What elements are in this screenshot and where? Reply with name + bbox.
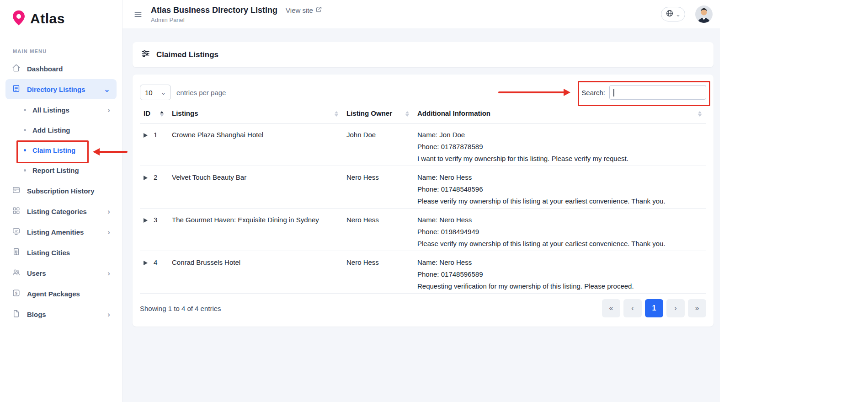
sidebar-item-report-listing[interactable]: Report Listing (0, 160, 122, 180)
receipt-icon (12, 186, 21, 196)
listing-owner: Nero Hess (343, 209, 414, 251)
users-icon (12, 268, 21, 278)
chevron-right-icon: › (107, 208, 110, 215)
dollar-icon: $ (12, 289, 21, 299)
row-expand-icon[interactable] (144, 176, 148, 180)
entries-summary: Showing 1 to 4 of 4 entries (140, 305, 221, 312)
brand-name: Atlas (30, 11, 65, 27)
row-id: 4 (154, 258, 157, 266)
sidebar-item-agent-packages[interactable]: $ Agent Packages (5, 284, 117, 304)
row-expand-icon[interactable] (144, 133, 148, 138)
sort-icon (405, 111, 409, 117)
sidebar-submenu: All Listings › Add Listing Claim Listing… (0, 100, 122, 180)
admin-panel-label: Admin Panel (151, 16, 322, 23)
entries-per-page-label: entries per page (176, 89, 226, 96)
listing-owner: John Doe (343, 123, 414, 166)
sidebar-item-listing-cities[interactable]: Listing Cities (5, 242, 117, 263)
chevron-down-icon: ⌄ (104, 86, 110, 93)
table-row: 4 Conrad Brussels Hotel Nero Hess Name: … (140, 251, 706, 294)
pagination-first-button[interactable]: « (602, 299, 620, 317)
sort-icon (335, 111, 338, 117)
claimed-listings-table: ID Listings Listing Owner Additional Inf… (140, 105, 706, 294)
chevron-right-icon: › (107, 311, 110, 318)
row-expand-icon[interactable] (144, 218, 148, 223)
additional-info: Name: Jon Doe Phone: 01787878589 I want … (414, 123, 706, 166)
sidebar-item-claim-listing[interactable]: Claim Listing (0, 140, 122, 160)
bullet-icon (24, 129, 26, 131)
brand-logo[interactable]: Atlas (0, 6, 122, 28)
listing-name: Crowne Plaza Shanghai Hotel (168, 123, 343, 166)
card-title: Claimed Listings (156, 50, 218, 59)
sidebar-item-all-listings[interactable]: All Listings › (0, 100, 122, 120)
row-id: 1 (154, 131, 157, 139)
table-footer: Showing 1 to 4 of 4 entries « ‹ 1 › » (140, 299, 706, 317)
listing-name: Conrad Brussels Hotel (168, 251, 343, 294)
sort-icon (160, 111, 164, 117)
bullet-icon (24, 169, 26, 172)
table-header-row: ID Listings Listing Owner Additional Inf… (140, 105, 706, 123)
title-block: Atlas Business Directory Listing View si… (151, 5, 322, 23)
search-input[interactable] (609, 85, 706, 100)
table-controls: 10 ⌄ entries per page Search: (140, 85, 706, 100)
sidebar-nav: Dashboard Directory Listings ⌄ All Listi… (0, 59, 122, 324)
sidebar-item-listing-categories[interactable]: Listing Categories › (5, 201, 117, 221)
page-title: Atlas Business Directory Listing (151, 5, 277, 15)
external-link-icon (315, 6, 322, 14)
chevron-down-icon: ⌄ (161, 89, 166, 96)
sidebar-item-listing-amenities[interactable]: Listing Amenities › (5, 222, 117, 242)
sidebar-item-users[interactable]: Users › (5, 263, 117, 283)
chevron-down-icon: ⌄ (676, 11, 681, 18)
chevron-right-icon: › (107, 106, 110, 114)
entries-per-page-select[interactable]: 10 ⌄ (140, 85, 171, 100)
search-label: Search: (581, 89, 605, 96)
app-root: Atlas MAIN MENU Dashboard Directory List… (0, 0, 720, 402)
svg-text:$: $ (15, 291, 17, 295)
chevron-right-icon: › (107, 228, 110, 236)
sidebar-item-subscription-history[interactable]: Subscription History (5, 181, 117, 201)
listing-name: Velvet Touch Beauty Bar (168, 166, 343, 209)
row-expand-icon[interactable] (144, 261, 148, 265)
language-selector[interactable]: ⌄ (661, 7, 685, 21)
pagination-page-1-button[interactable]: 1 (645, 299, 663, 317)
bullet-icon (24, 149, 26, 151)
main-area: Atlas Business Directory Listing View si… (122, 0, 720, 402)
sidebar: Atlas MAIN MENU Dashboard Directory List… (0, 0, 122, 402)
sidebar-section-label: MAIN MENU (13, 48, 122, 54)
listing-owner: Nero Hess (343, 166, 414, 209)
listing-name: The Gourmet Haven: Exquisite Dining in S… (168, 209, 343, 251)
chevron-right-icon: › (107, 269, 110, 277)
sidebar-item-dashboard[interactable]: Dashboard (5, 59, 117, 79)
sidebar-item-directory-listings[interactable]: Directory Listings ⌄ (5, 79, 117, 99)
home-icon (12, 64, 21, 74)
view-site-link[interactable]: View site (286, 6, 322, 14)
sidebar-item-add-listing[interactable]: Add Listing (0, 120, 122, 140)
additional-info: Name: Nero Hess Phone: 01748596589 Reque… (414, 251, 706, 294)
pagination-next-button[interactable]: › (666, 299, 685, 317)
topbar: Atlas Business Directory Listing View si… (122, 0, 720, 28)
globe-icon (666, 9, 674, 19)
column-header-listing-owner[interactable]: Listing Owner (343, 105, 414, 123)
document-icon (12, 309, 21, 319)
amenities-icon (12, 227, 21, 237)
sidebar-item-blogs[interactable]: Blogs › (5, 304, 117, 324)
hamburger-menu-icon[interactable] (133, 9, 143, 19)
column-header-listings[interactable]: Listings (168, 105, 343, 123)
additional-info: Name: Nero Hess Phone: 01748548596 Pleas… (414, 166, 706, 209)
pagination-prev-button[interactable]: ‹ (623, 299, 642, 317)
pagination-last-button[interactable]: » (688, 299, 706, 317)
listing-owner: Nero Hess (343, 251, 414, 294)
search-area: Search: (581, 85, 706, 100)
column-header-id[interactable]: ID (140, 105, 168, 123)
claimed-listings-table-card: 10 ⌄ entries per page Search: (133, 75, 714, 327)
map-pin-icon (10, 9, 27, 28)
text-cursor (613, 89, 614, 96)
additional-info: Name: Nero Hess Phone: 0198494949 Please… (414, 209, 706, 251)
user-avatar[interactable] (695, 5, 713, 23)
pagination: « ‹ 1 › » (602, 299, 706, 317)
grid-icon (12, 206, 21, 216)
table-row: 2 Velvet Touch Beauty Bar Nero Hess Name… (140, 166, 706, 209)
building-icon (12, 247, 21, 257)
column-header-additional-information[interactable]: Additional Information (414, 105, 706, 123)
listings-icon (12, 84, 21, 94)
sliders-icon (141, 49, 150, 60)
